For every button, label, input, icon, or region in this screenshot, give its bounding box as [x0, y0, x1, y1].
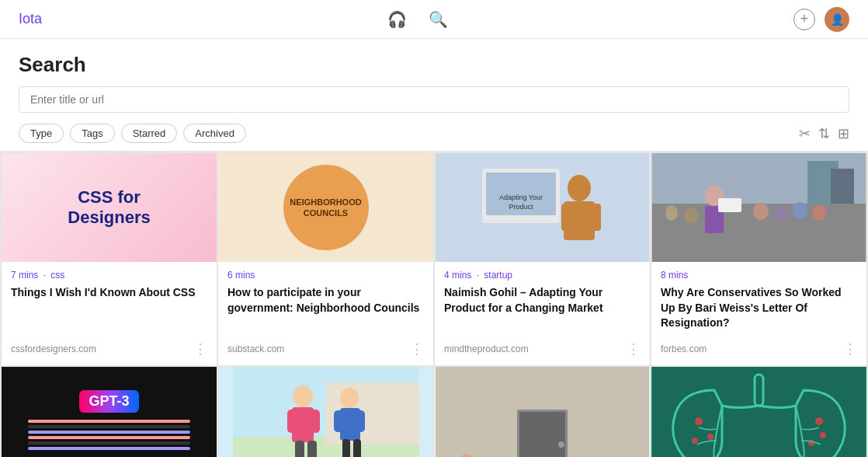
filter-row: Type Tags Starred Archived ✂ ⇅ ⊞ — [19, 124, 849, 151]
svg-rect-35 — [334, 410, 343, 432]
card-meta-neighborhood: 6 mins — [227, 270, 424, 281]
card-meta-css-designers: 7 mins · css — [11, 270, 207, 281]
avatar[interactable]: 👤 — [825, 7, 849, 32]
card-meta-naimish: 4 mins · startup — [444, 270, 641, 281]
card-more-neighborhood[interactable]: ⋮ — [410, 340, 424, 358]
filter-archived[interactable]: Archived — [183, 124, 246, 143]
card-image-covid-lung — [651, 367, 866, 457]
filter-tags[interactable]: Tags — [70, 124, 114, 143]
card-footer-css-designers: cssfordesigners.com ⋮ — [2, 336, 217, 365]
card-title-bari-weiss: Why Are Conservatives So Worked Up By Ba… — [661, 285, 857, 331]
top-navigation: Iota 🎧 🔍 + 👤 — [0, 0, 868, 39]
card-naimish[interactable]: Adapting Your Product 4 mins · startup N… — [435, 153, 650, 365]
card-image-efficiency — [435, 367, 650, 457]
dot-separator: · — [43, 270, 49, 281]
tag: css — [50, 270, 64, 281]
svg-rect-7 — [561, 204, 571, 231]
svg-point-21 — [684, 208, 698, 223]
content-grid: CSS forDesigners 7 mins · css Things I W… — [0, 152, 868, 457]
svg-rect-13 — [831, 169, 854, 204]
grid-icon[interactable]: ⊞ — [838, 125, 849, 142]
view-controls: ✂ ⇅ ⊞ — [799, 125, 849, 142]
read-time: 4 mins — [444, 270, 471, 281]
card-image-css-designers: CSS forDesigners — [2, 153, 217, 262]
app-logo[interactable]: Iota — [19, 11, 42, 27]
svg-point-5 — [568, 175, 591, 201]
card-domain-css-designers: cssfordesigners.com — [11, 344, 96, 354]
svg-point-53 — [820, 432, 826, 438]
svg-point-43 — [558, 441, 564, 448]
svg-rect-8 — [592, 204, 601, 231]
sort-icon[interactable]: ⇅ — [818, 125, 830, 142]
card-css-designers[interactable]: CSS forDesigners 7 mins · css Things I W… — [2, 153, 217, 365]
card-body-bari-weiss: 8 mins Why Are Conservatives So Worked U… — [651, 262, 866, 336]
search-input-row — [19, 86, 849, 113]
read-time: 6 mins — [227, 270, 255, 281]
card-footer-bari-weiss: forbes.com ⋮ — [651, 336, 866, 365]
card-bari-weiss[interactable]: 8 mins Why Are Conservatives So Worked U… — [651, 153, 866, 365]
card-gpt3[interactable]: GPT-3 3 mins · ai How GPT3 Works - Visua… — [2, 367, 217, 457]
card-body-naimish: 4 mins · startup Naimish Gohil – Adaptin… — [435, 262, 650, 336]
svg-rect-38 — [353, 439, 361, 457]
svg-rect-30 — [311, 410, 320, 433]
svg-point-22 — [665, 205, 678, 221]
svg-rect-37 — [342, 439, 350, 457]
card-image-handwriting — [218, 367, 433, 457]
card-efficiency[interactable]: 8 mins · productivity Why efficiency is … — [435, 367, 650, 457]
read-time: 7 mins — [11, 270, 38, 281]
svg-point-49 — [695, 417, 703, 425]
svg-point-51 — [692, 438, 698, 444]
card-image-neighborhood: NEIGHBORHOODCOUNCILS — [218, 153, 433, 262]
card-body-css-designers: 7 mins · css Things I Wish I'd Known Abo… — [2, 262, 217, 336]
svg-point-18 — [773, 206, 787, 222]
search-nav-icon[interactable]: 🔍 — [429, 10, 448, 29]
card-title-css-designers: Things I Wish I'd Known About CSS — [11, 285, 207, 301]
search-section: Search Type Tags Starred Archived ✂ ⇅ ⊞ — [0, 39, 868, 152]
card-footer-neighborhood: substack.com ⋮ — [218, 336, 433, 365]
svg-rect-47 — [652, 367, 866, 457]
headphones-icon[interactable]: 🎧 — [387, 10, 407, 29]
filter-starred[interactable]: Starred — [121, 124, 178, 143]
svg-point-19 — [792, 202, 807, 219]
gpt3-badge: GPT-3 — [79, 390, 138, 413]
scissors-icon[interactable]: ✂ — [799, 125, 811, 142]
card-image-bari-weiss — [651, 153, 866, 262]
card-image-naimish: Adapting Your Product — [435, 153, 650, 262]
card-title-naimish: Naimish Gohil – Adapting Your Product fo… — [444, 285, 641, 316]
svg-point-17 — [753, 203, 769, 220]
card-covid-lung[interactable]: 18 mins · covid-19 We Thought It Was Jus… — [651, 367, 866, 457]
card-neighborhood[interactable]: NEIGHBORHOODCOUNCILS 6 mins How to parti… — [218, 153, 433, 365]
svg-rect-31 — [295, 441, 304, 457]
svg-point-20 — [812, 205, 826, 221]
svg-rect-36 — [356, 410, 365, 432]
card-body-neighborhood: 6 mins How to participate in your govern… — [218, 262, 433, 336]
search-input[interactable] — [19, 86, 849, 113]
gpt3-lines — [28, 417, 190, 452]
card-domain-naimish: mindtheproduct.com — [444, 344, 529, 354]
svg-text:Product: Product — [509, 203, 533, 211]
svg-point-27 — [293, 385, 313, 407]
card-domain-bari-weiss: forbes.com — [661, 344, 707, 354]
svg-rect-16 — [718, 198, 741, 212]
card-meta-bari-weiss: 8 mins — [661, 270, 857, 281]
css-card-text: CSS forDesigners — [60, 180, 158, 236]
nav-center-icons: 🎧 🔍 — [387, 10, 448, 29]
nav-right-controls: + 👤 — [793, 7, 849, 32]
svg-point-33 — [340, 388, 359, 408]
card-handwriting[interactable]: 7 mins · writing You Are Your Handwritin… — [218, 367, 433, 457]
tag: startup — [484, 270, 512, 281]
card-domain-neighborhood: substack.com — [227, 344, 284, 354]
svg-text:Adapting Your: Adapting Your — [499, 194, 543, 201]
read-time: 8 mins — [661, 270, 688, 281]
card-more-naimish[interactable]: ⋮ — [627, 340, 641, 358]
page-title: Search — [19, 53, 849, 77]
card-more-bari-weiss[interactable]: ⋮ — [843, 340, 857, 358]
card-image-gpt3: GPT-3 — [2, 367, 217, 457]
neighborhood-badge: NEIGHBORHOODCOUNCILS — [283, 165, 369, 250]
filter-buttons: Type Tags Starred Archived — [19, 124, 246, 143]
svg-rect-42 — [519, 412, 565, 457]
svg-rect-32 — [307, 441, 317, 457]
card-more-css-designers[interactable]: ⋮ — [193, 340, 207, 358]
add-button[interactable]: + — [793, 9, 815, 30]
filter-type[interactable]: Type — [19, 124, 64, 143]
